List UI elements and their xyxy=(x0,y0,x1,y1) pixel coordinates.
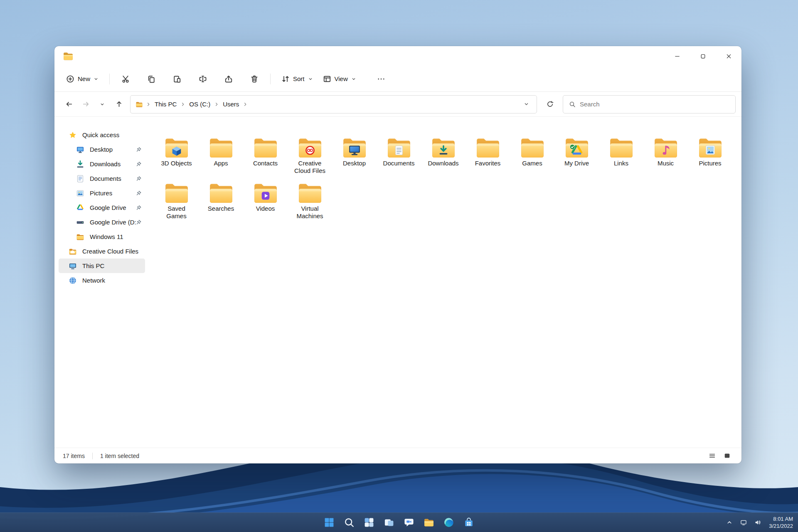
sidebar-item-label: Documents xyxy=(90,175,121,182)
sidebar-item-creative-cloud-files[interactable]: Creative Cloud Files xyxy=(59,244,145,259)
paste-button[interactable] xyxy=(170,71,185,87)
rename-button[interactable] xyxy=(195,71,210,87)
forward-button[interactable] xyxy=(78,96,94,112)
chevron-right-icon xyxy=(145,102,151,107)
toolbar-separator xyxy=(109,74,110,84)
folder-desktop[interactable]: Desktop xyxy=(332,133,377,179)
clock[interactable]: 8:01 AM 3/21/2022 xyxy=(766,515,793,530)
start-button[interactable] xyxy=(321,514,337,531)
new-button[interactable]: New xyxy=(62,71,103,87)
chevron-up-button[interactable] xyxy=(724,514,735,531)
thumb-view-button[interactable] xyxy=(721,450,733,462)
rename-icon xyxy=(199,75,207,83)
chevron-down-icon xyxy=(308,76,313,81)
folder-searches[interactable]: Searches xyxy=(199,179,243,224)
sidebar-item-label: Desktop xyxy=(90,146,113,153)
view-button[interactable]: View xyxy=(319,71,360,87)
up-button[interactable] xyxy=(111,96,127,112)
folder-saved-games[interactable]: Saved Games xyxy=(154,179,199,224)
more-options-button[interactable] xyxy=(373,71,389,87)
folder-label: Saved Games xyxy=(158,205,195,220)
folder-my-drive[interactable]: My Drive xyxy=(554,133,599,179)
sidebar-item-pictures[interactable]: Pictures xyxy=(59,186,145,200)
sidebar-item-quick-access[interactable]: Quick access xyxy=(59,128,145,142)
refresh-button[interactable] xyxy=(542,96,558,112)
sidebar-item-downloads[interactable]: Downloads xyxy=(59,157,145,171)
folder-3d-objects[interactable]: 3D Objects xyxy=(154,133,199,179)
breadcrumb[interactable]: This PCOS (C:)Users xyxy=(130,95,537,113)
edge-button[interactable] xyxy=(441,514,457,531)
sidebar-item-google-drive-d[interactable]: Google Drive (D: xyxy=(59,215,145,229)
folder-videos[interactable]: Videos xyxy=(243,179,288,224)
store-button[interactable] xyxy=(461,514,477,531)
share-icon xyxy=(224,75,233,83)
folder-favorites[interactable]: Favorites xyxy=(466,133,510,179)
folder-music[interactable]: Music xyxy=(643,133,688,179)
toolbar: New Sort View xyxy=(54,66,741,92)
chat-button[interactable] xyxy=(401,514,417,531)
widgets-button[interactable] xyxy=(361,514,377,531)
share-button[interactable] xyxy=(221,71,236,87)
folder-icon xyxy=(296,135,324,159)
task-view-button[interactable] xyxy=(381,514,397,531)
sidebar-item-desktop[interactable]: Desktop xyxy=(59,142,145,157)
file-explorer-icon xyxy=(63,51,74,62)
folder-links[interactable]: Links xyxy=(599,133,643,179)
list-view-button[interactable] xyxy=(706,450,718,462)
folder-games[interactable]: Games xyxy=(510,133,554,179)
close-button[interactable] xyxy=(716,46,741,66)
taskbar-icons xyxy=(321,514,477,531)
folder-apps[interactable]: Apps xyxy=(199,133,243,179)
sort-button[interactable]: Sort xyxy=(277,71,317,87)
volume-button[interactable] xyxy=(752,514,763,531)
folder-icon xyxy=(341,135,368,159)
folder-documents[interactable]: Documents xyxy=(377,133,421,179)
search-input[interactable] xyxy=(580,101,729,108)
network-tray-button[interactable] xyxy=(738,514,749,531)
folder-downloads[interactable]: Downloads xyxy=(421,133,466,179)
history-chevron-button[interactable] xyxy=(94,96,110,112)
address-dropdown-button[interactable] xyxy=(519,97,533,111)
folder-pictures[interactable]: Pictures xyxy=(688,133,732,179)
sidebar-item-this-pc[interactable]: This PC xyxy=(59,259,145,273)
drive-icon xyxy=(76,218,84,227)
search-box xyxy=(563,95,736,113)
back-button[interactable] xyxy=(61,96,77,112)
folder-icon xyxy=(163,135,190,159)
copy-button[interactable] xyxy=(144,71,159,87)
breadcrumb-items: This PCOS (C:)Users xyxy=(145,99,248,110)
star-icon xyxy=(69,131,77,139)
titlebar[interactable] xyxy=(54,46,741,66)
breadcrumb-item-os-c[interactable]: OS (C:) xyxy=(186,99,214,110)
chevron-down-icon xyxy=(94,76,99,81)
network-tray-icon xyxy=(740,519,747,526)
folder-label: My Drive xyxy=(564,160,589,167)
minimize-button[interactable] xyxy=(664,46,690,66)
taskbar-search-button[interactable] xyxy=(341,514,357,531)
breadcrumb-item-this-pc[interactable]: This PC xyxy=(151,99,180,110)
sidebar-item-documents[interactable]: Documents xyxy=(59,171,145,186)
folder-label: Documents xyxy=(383,160,415,167)
sidebar-item-label: This PC xyxy=(82,262,104,269)
status-bar: 17 items 1 item selected xyxy=(54,448,741,463)
folder-virtual-machines[interactable]: Virtual Machines xyxy=(288,179,332,224)
cut-icon xyxy=(121,75,130,83)
cut-button[interactable] xyxy=(118,71,133,87)
folder-creative-cloud-files[interactable]: Creative Cloud Files xyxy=(288,133,332,179)
folder-icon xyxy=(207,180,235,204)
folder-label: Downloads xyxy=(428,160,458,167)
folder-label: Videos xyxy=(256,205,275,212)
taskbar: 8:01 AM 3/21/2022 xyxy=(0,512,798,532)
breadcrumb-item-users[interactable]: Users xyxy=(219,99,242,110)
file-explorer-button[interactable] xyxy=(421,514,437,531)
maximize-button[interactable] xyxy=(690,46,716,66)
chat-icon xyxy=(404,517,414,528)
sidebar-item-network[interactable]: Network xyxy=(59,273,145,288)
folder-contacts[interactable]: Contacts xyxy=(243,133,288,179)
sidebar-item-google-drive[interactable]: Google Drive xyxy=(59,200,145,215)
folder-icon xyxy=(76,233,84,241)
delete-button[interactable] xyxy=(247,71,262,87)
navigation-pane: Quick access Desktop Downloads Documents… xyxy=(54,117,149,448)
chevron-right-icon xyxy=(214,102,219,107)
sidebar-item-windows-11[interactable]: Windows 11 xyxy=(59,229,145,244)
